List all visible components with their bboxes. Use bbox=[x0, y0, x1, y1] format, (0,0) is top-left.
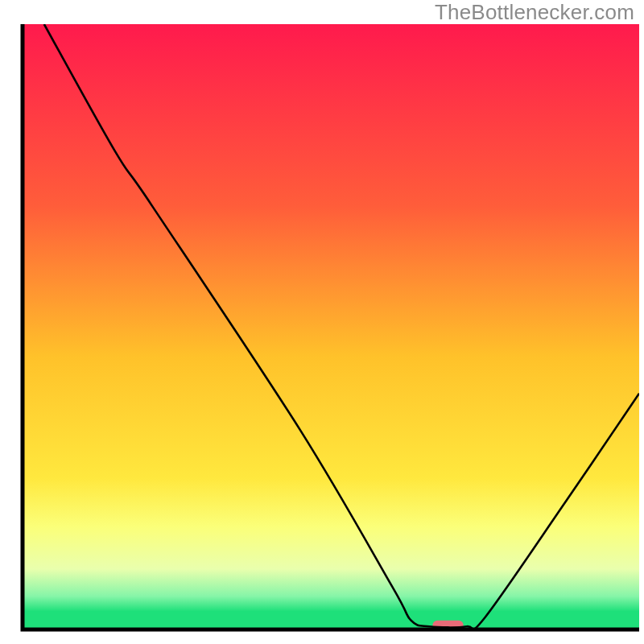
gradient-background bbox=[23, 24, 639, 630]
bottleneck-chart bbox=[0, 0, 644, 644]
watermark-text: TheBottlenecker.com bbox=[435, 0, 634, 25]
